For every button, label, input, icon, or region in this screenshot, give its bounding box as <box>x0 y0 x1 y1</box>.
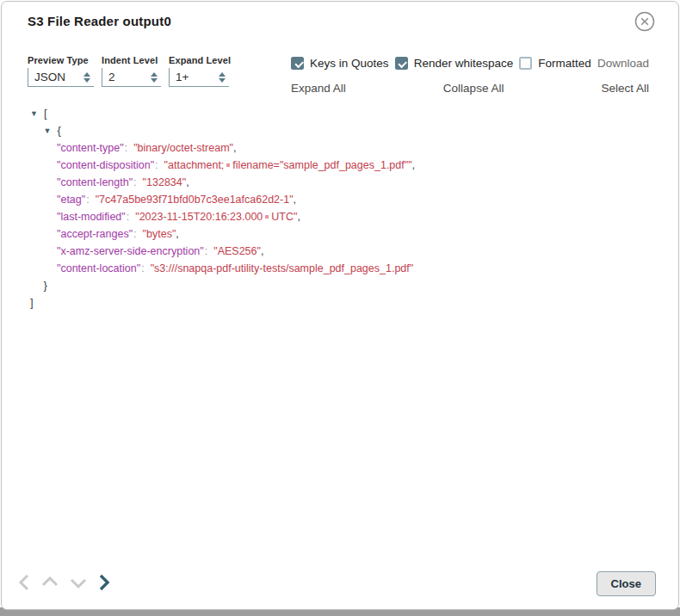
keys-in-quotes-checkbox[interactable] <box>291 57 304 70</box>
options-panel: Keys in Quotes Render whitespace Formatt… <box>291 55 649 95</box>
preview-type-label: Preview Type <box>28 55 94 65</box>
keys-in-quotes-label: Keys in Quotes <box>310 57 389 70</box>
preview-type-select[interactable]: JSON <box>28 68 94 87</box>
expand-level-select[interactable]: 1+ <box>169 68 229 87</box>
chevron-up-icon <box>39 571 61 594</box>
indent-level-value: 2 <box>108 71 145 83</box>
close-icon[interactable] <box>634 10 656 33</box>
expand-toggle-icon[interactable]: ▼ <box>30 105 44 122</box>
expand-level-group: Expand Level 1+ <box>169 55 231 87</box>
json-line: "content-type":"binary/octet-stream", <box>2 139 673 157</box>
json-key: "accept-ranges" <box>57 228 133 240</box>
preview-type-group: Preview Type JSON <box>28 55 94 87</box>
json-bracket: } <box>44 279 47 292</box>
s3-file-reader-dialog: S3 File Reader output0 Preview Type JSON… <box>1 1 679 610</box>
pagination-controls <box>15 571 113 594</box>
chevron-down-icon <box>67 571 90 594</box>
expand-level-label: Expand Level <box>169 55 231 65</box>
spinner-arrows-icon[interactable] <box>219 72 226 83</box>
json-line: "accept-ranges":"bytes", <box>2 225 673 243</box>
json-line: "x-amz-server-side-encryption":"AES256", <box>2 243 673 260</box>
json-key: "last-modified" <box>57 211 126 223</box>
json-key: "content-length" <box>57 176 133 188</box>
json-line: "last-modified":"2023-11-15T20:16:23.000… <box>2 208 673 225</box>
dialog-title: S3 File Reader output0 <box>28 14 171 28</box>
collapse-all-link[interactable]: Collapse All <box>443 82 504 95</box>
json-bracket: { <box>58 124 61 137</box>
json-line: ▼[ <box>2 105 673 122</box>
preview-type-value: JSON <box>34 71 78 83</box>
formatted-option[interactable]: Formatted <box>519 57 591 70</box>
expand-toggle-icon[interactable]: ▼ <box>44 122 58 139</box>
json-colon: : <box>86 194 89 206</box>
spinner-arrows-icon[interactable] <box>83 72 90 83</box>
json-colon: : <box>127 211 129 223</box>
whitespace-marker <box>226 163 230 167</box>
json-comma: , <box>233 142 236 154</box>
json-value: "AES256" <box>213 245 261 257</box>
json-colon: : <box>125 142 127 154</box>
json-tree: ▼[▼{"content-type":"binary/octet-stream"… <box>2 105 673 311</box>
json-comma: , <box>176 228 178 240</box>
json-colon: : <box>141 262 144 274</box>
close-button[interactable]: Close <box>597 571 656 596</box>
scroll-down-button[interactable] <box>67 571 90 594</box>
json-key: "x-amz-server-side-encryption" <box>57 245 204 257</box>
indent-level-select[interactable]: 2 <box>102 68 161 87</box>
json-key: "content-type" <box>57 142 124 154</box>
json-line: ] <box>2 294 673 311</box>
json-colon: : <box>133 228 136 240</box>
json-key: "content-disposition" <box>57 159 154 171</box>
json-comma: , <box>294 194 296 206</box>
json-comma: , <box>412 159 415 171</box>
indent-level-label: Indent Level <box>102 55 161 65</box>
scroll-up-button[interactable] <box>39 571 61 594</box>
json-value: "s3:///snapqa-pdf-utility-tests/sample_p… <box>151 262 414 274</box>
keys-in-quotes-option[interactable]: Keys in Quotes <box>291 57 389 70</box>
json-value: "binary/octet-stream" <box>133 142 233 154</box>
chevron-left-icon <box>15 571 33 594</box>
preview-controls: Preview Type JSON Indent Level 2 Expand … <box>28 55 231 87</box>
render-whitespace-label: Render whitespace <box>414 57 514 70</box>
json-value: "132834" <box>143 176 187 188</box>
json-value: "2023-11-15T20:16:23.000UTC" <box>135 211 297 223</box>
spinner-arrows-icon[interactable] <box>151 72 158 83</box>
render-whitespace-checkbox[interactable] <box>395 57 408 70</box>
chevron-right-icon <box>96 571 113 594</box>
json-bracket: ] <box>30 296 34 309</box>
json-value: "bytes" <box>143 228 176 240</box>
json-line: ▼{ <box>2 122 673 139</box>
json-line: } <box>2 277 673 294</box>
expand-level-value: 1+ <box>176 71 213 83</box>
whitespace-marker <box>265 215 269 219</box>
formatted-checkbox[interactable] <box>519 57 532 70</box>
json-colon: : <box>155 159 158 171</box>
prev-output-button[interactable] <box>15 571 33 594</box>
next-output-button[interactable] <box>96 571 113 594</box>
json-value: "7c47a5be93f71bfd0b7c3ee1afca62d2-1" <box>96 194 294 206</box>
json-line: "content-length":"132834", <box>2 174 673 191</box>
json-comma: , <box>297 211 300 223</box>
json-line: "etag":"7c47a5be93f71bfd0b7c3ee1afca62d2… <box>2 191 673 208</box>
json-comma: , <box>186 176 189 188</box>
json-value: "attachment;filename="sample_pdf_pages_1… <box>164 159 412 171</box>
json-line: "content-location":"s3:///snapqa-pdf-uti… <box>2 260 673 277</box>
select-all-link[interactable]: Select All <box>601 82 649 95</box>
json-comma: , <box>261 245 263 257</box>
indent-level-group: Indent Level 2 <box>102 55 161 87</box>
json-key: "etag" <box>57 194 85 206</box>
json-colon: : <box>205 245 207 257</box>
json-colon: : <box>133 176 136 188</box>
json-bracket: [ <box>44 107 47 120</box>
render-whitespace-option[interactable]: Render whitespace <box>395 57 514 70</box>
json-line: "content-disposition":"attachment;filena… <box>2 157 673 174</box>
circled-x-icon <box>634 10 656 33</box>
download-link[interactable]: Download <box>597 57 649 70</box>
expand-all-link[interactable]: Expand All <box>291 82 346 95</box>
json-key: "content-location" <box>57 262 140 274</box>
formatted-label: Formatted <box>538 57 591 70</box>
